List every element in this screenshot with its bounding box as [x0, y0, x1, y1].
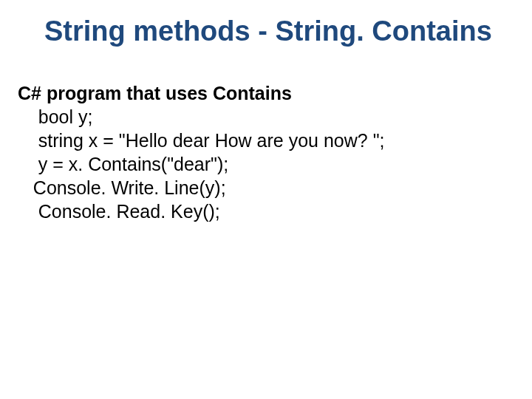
code-line-3: y = x. Contains("dear");: [18, 152, 502, 176]
slide-title: String methods - String. Contains: [44, 16, 502, 47]
section-heading: C# program that uses Contains: [18, 81, 502, 105]
slide-body: C# program that uses Contains bool y; st…: [18, 81, 502, 223]
code-line-5: Console. Read. Key();: [18, 200, 502, 223]
code-line-2: string x = "Hello dear How are you now? …: [18, 129, 502, 152]
code-line-1: bool y;: [18, 105, 502, 129]
slide: String methods - String. Contains C# pro…: [0, 0, 532, 399]
code-line-4: Console. Write. Line(y);: [18, 176, 502, 200]
